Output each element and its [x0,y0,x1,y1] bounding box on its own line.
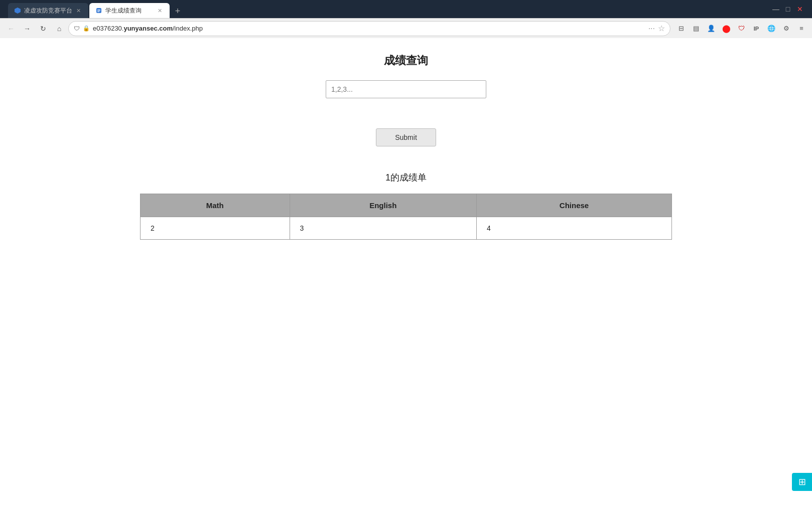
bookmarks-icon[interactable]: ⊟ [674,22,688,35]
back-button[interactable]: ← [4,22,18,36]
svg-rect-1 [97,10,100,10]
tab-platform-label: 凌虚攻防竞赛平台 [24,7,72,15]
forward-icon: → [24,25,31,33]
bookmark-icon: ☆ [658,24,665,33]
address-text: e0376230.yunyansec.com/index.php [93,25,645,32]
student-id-input[interactable] [326,80,486,98]
tabs-area: 凌虚攻防竞赛平台 ✕ 学生成绩查询 ✕ + [4,0,189,18]
extension-icon[interactable]: ⚙ [780,22,793,35]
reload-icon: ↻ [40,25,46,33]
browser-window: 凌虚攻防竞赛平台 ✕ 学生成绩查询 ✕ + — □ [0,0,812,38]
toolbar-icons: ⊟ ▤ 👤 ⬤ 🛡 IP 🌐 ⚙ ≡ [674,22,808,35]
https-icon: 🔒 [83,25,90,32]
address-suffix: /index.php [173,25,203,32]
add-tab-icon: + [175,6,181,17]
col-chinese: Chinese [477,194,672,217]
tab-grades[interactable]: 学生成绩查询 ✕ [89,3,170,18]
address-bar[interactable]: 🛡 🔒 e0376230.yunyansec.com/index.php ···… [68,21,670,36]
table-header-row: Math English Chinese [141,194,672,217]
page-title: 成绩查询 [384,53,428,68]
tab-platform[interactable]: 凌虚攻防竞赛平台 ✕ [8,3,88,18]
minimize-button[interactable]: — [772,5,780,13]
reload-button[interactable]: ↻ [36,22,50,36]
title-bar: 凌虚攻防竞赛平台 ✕ 学生成绩查询 ✕ + — □ [0,0,812,18]
tab-grades-label: 学生成绩查询 [105,7,142,15]
menu-icon[interactable]: ≡ [795,22,808,35]
close-button[interactable]: ✕ [796,5,804,13]
more-options-icon: ··· [648,24,655,33]
tab-grades-close[interactable]: ✕ [156,7,164,15]
grade-table: Math English Chinese 2 3 4 [140,194,672,240]
profile-icon[interactable]: 👤 [705,22,718,35]
ip-icon[interactable]: IP [750,22,763,35]
cell-chinese: 4 [477,217,672,240]
submit-button[interactable]: Submit [376,128,436,146]
col-math: Math [141,194,290,217]
tab-platform-icon [14,7,21,14]
vpn-icon[interactable]: 🌐 [765,22,778,35]
opera-icon[interactable]: ⬤ [720,22,733,35]
table-header: Math English Chinese [141,194,672,217]
window-controls: — □ ✕ [772,5,808,13]
forward-button[interactable]: → [20,22,34,36]
page-content: 成绩查询 Submit 1的成绩单 Math English Chinese 2… [0,38,812,469]
home-button[interactable]: ⌂ [52,22,66,36]
cell-math: 2 [141,217,290,240]
address-prefix: e0376230. [93,25,123,32]
svg-rect-3 [97,12,99,12]
col-english: English [290,194,477,217]
maximize-button[interactable]: □ [784,5,792,13]
home-icon: ⌂ [57,25,61,33]
navigation-bar: ← → ↻ ⌂ 🛡 🔒 e0376230.yunyansec.com/index… [0,18,812,38]
table-row: 2 3 4 [141,217,672,240]
tab-platform-close[interactable]: ✕ [74,7,82,15]
lock-icon: 🛡 [74,25,80,32]
address-domain: yunyansec.com [123,25,173,32]
shield-addon-icon[interactable]: 🛡 [735,22,748,35]
svg-rect-2 [97,11,100,11]
tab-grades-icon [95,7,102,14]
reader-icon[interactable]: ▤ [690,22,703,35]
add-tab-button[interactable]: + [171,4,185,18]
table-body: 2 3 4 [141,217,672,240]
result-title: 1的成绩单 [385,172,427,184]
cell-english: 3 [290,217,477,240]
back-icon: ← [8,25,15,33]
